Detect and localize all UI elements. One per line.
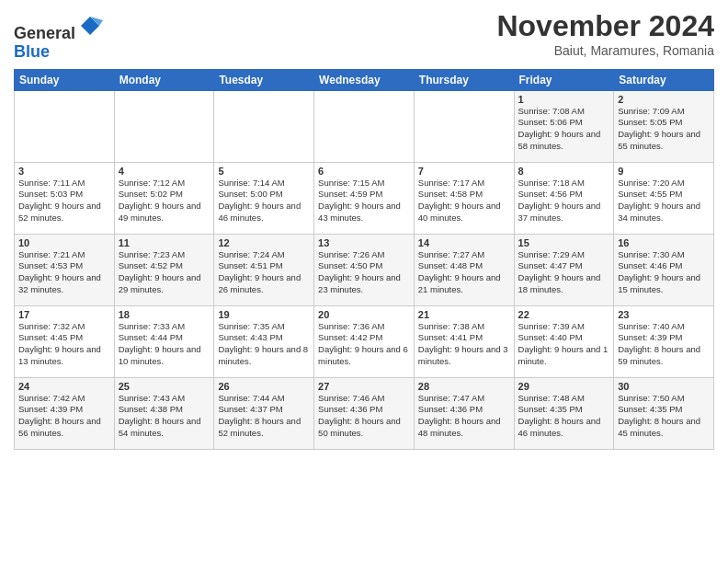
day-info-line: Daylight: 9 hours and 32 minutes.	[18, 272, 110, 296]
day-info-line: Sunrise: 7:47 AM	[418, 393, 510, 405]
calendar-cell: 5Sunrise: 7:14 AMSunset: 5:00 PMDaylight…	[214, 162, 314, 234]
day-info-line: Sunset: 4:40 PM	[518, 332, 610, 344]
day-info-line: Daylight: 8 hours and 48 minutes.	[418, 416, 510, 440]
calendar-cell: 23Sunrise: 7:40 AMSunset: 4:39 PMDayligh…	[614, 305, 714, 377]
day-number: 21	[418, 309, 510, 320]
day-info-line: Sunrise: 7:50 AM	[618, 393, 710, 405]
day-info-line: Sunset: 4:44 PM	[119, 332, 210, 344]
day-number: 17	[18, 309, 110, 320]
day-info-line: Sunrise: 7:09 AM	[618, 106, 710, 118]
calendar-cell: 22Sunrise: 7:39 AMSunset: 4:40 PMDayligh…	[514, 305, 614, 377]
day-number: 10	[18, 237, 110, 248]
day-info-line: Sunrise: 7:24 AM	[218, 249, 310, 261]
calendar-cell: 21Sunrise: 7:38 AMSunset: 4:41 PMDayligh…	[414, 305, 514, 377]
day-info-line: Sunrise: 7:12 AM	[119, 178, 210, 190]
day-number: 2	[618, 94, 710, 105]
calendar-cell: 15Sunrise: 7:29 AMSunset: 4:47 PMDayligh…	[514, 234, 614, 305]
day-info-line: Sunset: 4:41 PM	[418, 332, 510, 344]
day-number: 14	[418, 237, 510, 248]
calendar-week-2: 10Sunrise: 7:21 AMSunset: 4:53 PMDayligh…	[15, 234, 714, 305]
calendar-week-4: 24Sunrise: 7:42 AMSunset: 4:39 PMDayligh…	[15, 377, 714, 449]
day-info-line: Sunrise: 7:44 AM	[218, 393, 310, 405]
col-saturday: Saturday	[614, 69, 714, 90]
calendar-cell: 9Sunrise: 7:20 AMSunset: 4:55 PMDaylight…	[614, 162, 714, 234]
day-info-line: Sunset: 4:35 PM	[518, 404, 610, 416]
day-number: 13	[318, 237, 410, 248]
day-info-line: Daylight: 9 hours and 43 minutes.	[318, 201, 410, 224]
title-area: November 2024 Baiut, Maramures, Romania	[496, 9, 714, 58]
day-info-line: Sunset: 5:05 PM	[618, 117, 710, 129]
day-info-line: Daylight: 8 hours and 52 minutes.	[218, 416, 310, 440]
day-info-line: Sunrise: 7:08 AM	[518, 106, 610, 118]
calendar-cell: 6Sunrise: 7:15 AMSunset: 4:59 PMDaylight…	[314, 162, 415, 234]
day-number: 8	[518, 166, 610, 177]
header: General Blue November 2024 Baiut, Maramu…	[14, 9, 714, 62]
day-info-line: Sunrise: 7:15 AM	[318, 178, 410, 190]
calendar-week-3: 17Sunrise: 7:32 AMSunset: 4:45 PMDayligh…	[15, 305, 714, 377]
day-info-line: Sunset: 4:39 PM	[18, 404, 110, 416]
calendar-cell: 29Sunrise: 7:48 AMSunset: 4:35 PMDayligh…	[514, 377, 614, 449]
day-info-line: Daylight: 9 hours and 58 minutes.	[518, 129, 610, 153]
day-info-line: Daylight: 9 hours and 10 minutes.	[119, 344, 210, 368]
calendar-cell: 24Sunrise: 7:42 AMSunset: 4:39 PMDayligh…	[15, 377, 115, 449]
calendar-cell: 7Sunrise: 7:17 AMSunset: 4:58 PMDaylight…	[414, 162, 514, 234]
day-info-line: Sunset: 4:36 PM	[318, 404, 410, 416]
calendar-cell: 17Sunrise: 7:32 AMSunset: 4:45 PMDayligh…	[15, 305, 115, 377]
day-info-line: Sunset: 4:47 PM	[518, 260, 610, 272]
day-info-line: Daylight: 9 hours and 34 minutes.	[618, 201, 710, 224]
calendar-cell: 16Sunrise: 7:30 AMSunset: 4:46 PMDayligh…	[614, 234, 714, 305]
day-info-line: Sunrise: 7:36 AM	[318, 321, 410, 333]
day-info-line: Sunset: 4:38 PM	[119, 404, 210, 416]
page: General Blue November 2024 Baiut, Maramu…	[0, 0, 728, 563]
day-info-line: Daylight: 9 hours and 1 minute.	[518, 344, 610, 368]
calendar-cell: 19Sunrise: 7:35 AMSunset: 4:43 PMDayligh…	[214, 305, 314, 377]
day-info-line: Daylight: 9 hours and 3 minutes.	[418, 344, 510, 368]
day-number: 15	[518, 237, 610, 248]
day-info-line: Sunrise: 7:14 AM	[218, 178, 310, 190]
day-info-line: Sunrise: 7:21 AM	[18, 249, 110, 261]
day-number: 22	[518, 309, 610, 320]
day-number: 5	[218, 166, 310, 177]
day-number: 12	[218, 237, 310, 248]
day-info-line: Sunset: 4:39 PM	[618, 332, 710, 344]
calendar-cell	[114, 90, 214, 162]
day-number: 1	[518, 94, 610, 105]
logo-icon	[77, 13, 103, 39]
day-info-line: Daylight: 9 hours and 15 minutes.	[618, 272, 710, 296]
col-friday: Friday	[514, 69, 614, 90]
calendar-cell: 4Sunrise: 7:12 AMSunset: 5:02 PMDaylight…	[114, 162, 214, 234]
calendar-cell: 27Sunrise: 7:46 AMSunset: 4:36 PMDayligh…	[314, 377, 415, 449]
calendar-cell	[15, 90, 115, 162]
day-info-line: Daylight: 8 hours and 54 minutes.	[119, 416, 210, 440]
day-number: 11	[119, 237, 210, 248]
day-number: 7	[418, 166, 510, 177]
day-info-line: Daylight: 9 hours and 55 minutes.	[618, 129, 710, 153]
day-info-line: Sunset: 5:02 PM	[119, 189, 210, 201]
day-info-line: Sunrise: 7:48 AM	[518, 393, 610, 405]
day-info-line: Daylight: 8 hours and 46 minutes.	[518, 416, 610, 440]
day-info-line: Daylight: 9 hours and 37 minutes.	[518, 201, 610, 224]
day-info-line: Sunset: 5:06 PM	[518, 117, 610, 129]
logo-blue: Blue	[14, 42, 50, 61]
calendar-cell: 13Sunrise: 7:26 AMSunset: 4:50 PMDayligh…	[314, 234, 415, 305]
day-number: 18	[119, 309, 210, 320]
day-info-line: Sunrise: 7:26 AM	[318, 249, 410, 261]
calendar-cell: 25Sunrise: 7:43 AMSunset: 4:38 PMDayligh…	[114, 377, 214, 449]
day-number: 24	[18, 381, 110, 392]
calendar-cell: 11Sunrise: 7:23 AMSunset: 4:52 PMDayligh…	[114, 234, 214, 305]
day-info-line: Sunrise: 7:46 AM	[318, 393, 410, 405]
calendar-cell: 26Sunrise: 7:44 AMSunset: 4:37 PMDayligh…	[214, 377, 314, 449]
day-info-line: Sunrise: 7:39 AM	[518, 321, 610, 333]
day-info-line: Sunset: 4:51 PM	[218, 260, 310, 272]
day-number: 28	[418, 381, 510, 392]
day-info-line: Daylight: 8 hours and 50 minutes.	[318, 416, 410, 440]
day-number: 4	[119, 166, 210, 177]
day-info-line: Sunset: 4:53 PM	[18, 260, 110, 272]
day-number: 3	[18, 166, 110, 177]
day-info-line: Sunrise: 7:43 AM	[119, 393, 210, 405]
day-info-line: Sunrise: 7:23 AM	[119, 249, 210, 261]
calendar-cell: 10Sunrise: 7:21 AMSunset: 4:53 PMDayligh…	[15, 234, 115, 305]
location: Baiut, Maramures, Romania	[496, 43, 714, 58]
calendar-cell: 28Sunrise: 7:47 AMSunset: 4:36 PMDayligh…	[414, 377, 514, 449]
day-info-line: Daylight: 9 hours and 29 minutes.	[119, 272, 210, 296]
